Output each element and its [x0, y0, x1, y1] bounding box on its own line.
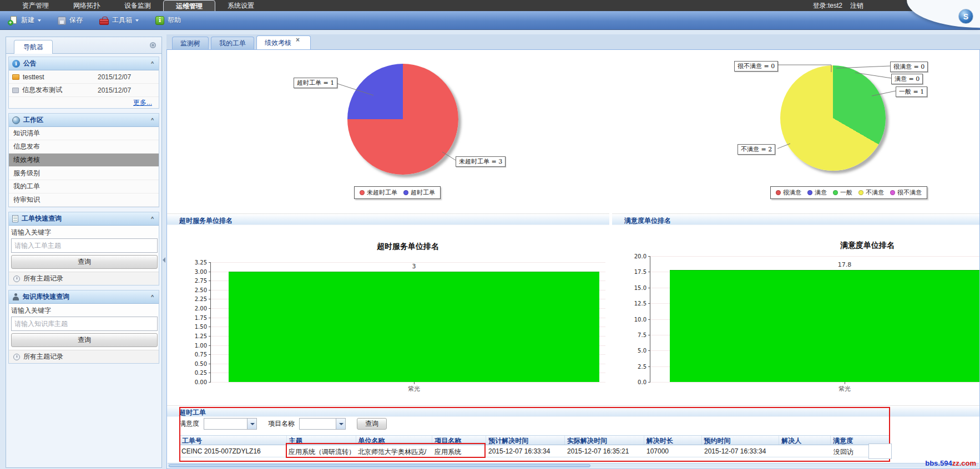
bar-紫光[interactable]	[670, 270, 980, 382]
order-all-records-row[interactable]: 所有主题记录	[9, 272, 159, 285]
knowledge-all-records-row[interactable]: 所有主题记录	[9, 350, 159, 363]
navigator-tab[interactable]: 导航器	[14, 40, 53, 54]
satisfaction-bar-chart-plot[interactable]: 20.017.515.012.510.07.55.02.50.017.8紫光	[650, 256, 980, 383]
column-header-解决时长[interactable]: 解决时长	[644, 436, 702, 445]
bar-紫光[interactable]	[229, 272, 599, 382]
table-cell	[780, 445, 831, 457]
table-cell: 2015-12-07 16:33:34	[486, 445, 565, 457]
collapse-chevron-icon[interactable]	[151, 62, 155, 66]
workspace-item-知识清单[interactable]: 知识清单	[9, 127, 159, 140]
y-tick-label: 0.00	[195, 379, 207, 385]
legend-label: 满意	[815, 188, 827, 197]
collapse-arrow-icon[interactable]	[163, 257, 165, 263]
scrollbar-thumb[interactable]	[169, 464, 590, 467]
legend-entry: 很不满意	[890, 188, 922, 197]
overtime-bar-chart-plot[interactable]: 3.253.002.752.502.252.001.751.501.251.00…	[210, 262, 605, 383]
legend-label: 很满意	[783, 188, 801, 197]
menu-item[interactable]: 网络拓扑	[61, 0, 112, 11]
collapse-chevron-icon[interactable]	[151, 217, 155, 221]
knowledge-search-input[interactable]	[11, 317, 158, 331]
y-tick-label: 2.50	[195, 287, 207, 293]
column-header-项目名称[interactable]: 项目名称	[432, 436, 486, 445]
y-tick-label: 0.25	[195, 370, 207, 376]
y-tick-label: 2.00	[195, 305, 207, 312]
column-header-工单号[interactable]: 工单号	[180, 436, 287, 445]
menu-item[interactable]: 运维管理	[163, 0, 215, 11]
collapse-chevron-icon[interactable]	[151, 295, 155, 299]
legend-dot	[890, 190, 895, 195]
announcements-header[interactable]: 公告	[9, 57, 159, 70]
tab-label: 监测树	[180, 39, 200, 47]
announcements-header-label: 公告	[23, 59, 148, 68]
y-tick-mark	[209, 318, 211, 318]
help-button[interactable]: 帮助	[155, 16, 181, 25]
announcement-title: testtest	[23, 73, 94, 81]
clock-icon	[13, 276, 20, 282]
project-combobox[interactable]	[299, 418, 346, 430]
column-header-实际解决时间[interactable]: 实际解决时间	[565, 436, 644, 445]
help-info-icon	[155, 16, 164, 25]
order-search-header[interactable]: 工单快速查询	[9, 212, 159, 226]
order-search-button[interactable]: 查询	[11, 255, 158, 269]
logout-link[interactable]: 注销	[850, 1, 863, 11]
save-button[interactable]: 保存	[58, 16, 83, 25]
workspace-item-绩效考核[interactable]: 绩效考核	[9, 154, 159, 167]
column-header-预约时间[interactable]: 预约时间	[702, 436, 780, 445]
knowledge-search-button[interactable]: 查询	[11, 333, 158, 347]
tab-绩效考核[interactable]: 绩效考核	[256, 35, 311, 49]
overtime-orders-pie-chart[interactable]	[347, 64, 458, 175]
satisfaction-pie-chart[interactable]	[780, 65, 886, 171]
new-document-icon	[8, 16, 18, 26]
menu-item[interactable]: 系统设置	[215, 0, 266, 11]
y-tick-mark	[648, 319, 650, 320]
overtime-rank-section-header: 超时服务单位排名	[167, 213, 609, 225]
order-search-input[interactable]	[11, 238, 158, 253]
knowledge-search-header[interactable]: 知识库快速查询	[9, 290, 159, 304]
toolbox-button[interactable]: 工具箱	[99, 16, 139, 25]
chevron-down-icon	[38, 19, 41, 22]
toolbar: 新建 保存 工具箱 帮助	[0, 11, 980, 30]
column-header-主题[interactable]: 主题	[287, 436, 356, 445]
menu-item[interactable]: 设备监测	[112, 0, 163, 11]
legend-dot	[360, 190, 365, 195]
tab-监测树[interactable]: 监测树	[172, 37, 209, 49]
y-tick-mark	[209, 290, 211, 290]
announcement-row[interactable]: testtest2015/12/07	[9, 70, 159, 84]
legend-dot	[833, 190, 838, 195]
x-tick-mark	[845, 382, 845, 384]
sidebar-splitter[interactable]	[162, 37, 166, 468]
satisfaction-combobox[interactable]	[204, 418, 257, 430]
gear-icon[interactable]	[150, 42, 156, 48]
workspace-item-服务级别[interactable]: 服务级别	[9, 167, 159, 180]
overtime-search-button[interactable]: 查询	[357, 418, 387, 430]
combo-dropdown-icon[interactable]	[336, 419, 345, 429]
column-header-解决人[interactable]: 解决人	[779, 436, 831, 445]
workspace-item-信息发布[interactable]: 信息发布	[9, 140, 159, 154]
satisfaction-cell-editor[interactable]	[868, 443, 892, 459]
y-tick-mark	[209, 345, 211, 346]
new-button[interactable]: 新建	[8, 16, 41, 26]
menu-item[interactable]: 资产管理	[10, 0, 61, 11]
x-tick-label: 紫光	[822, 385, 867, 393]
workspace-item-待审知识[interactable]: 待审知识	[9, 193, 159, 207]
bar-value-label: 3	[392, 263, 436, 270]
combo-dropdown-icon[interactable]	[247, 419, 256, 429]
announcement-row[interactable]: 信息发布测试2015/12/07	[9, 84, 159, 97]
horizontal-scrollbar[interactable]	[168, 463, 979, 468]
column-header-预计解决时间[interactable]: 预计解决时间	[486, 436, 565, 445]
y-tick-mark	[209, 336, 211, 337]
workspace-item-我的工单[interactable]: 我的工单	[9, 180, 159, 193]
y-tick-label: 2.5	[638, 363, 646, 369]
tab-我的工单[interactable]: 我的工单	[211, 37, 254, 49]
pie-callout-label: 很不满意 = 0	[734, 61, 778, 72]
column-header-单位名称[interactable]: 单位名称	[356, 436, 433, 445]
close-icon[interactable]	[296, 39, 302, 46]
globe-icon	[12, 116, 20, 124]
table-row[interactable]: CEINC 2015-007ZDYLZ16应用系统（调研流转）北京师范大学奥林匹…	[179, 445, 890, 457]
collapse-chevron-icon[interactable]	[151, 118, 155, 123]
workspace-header[interactable]: 工作区	[9, 114, 159, 127]
more-link[interactable]: 更多...	[133, 99, 152, 106]
browser-logo-icon[interactable]: S	[958, 9, 973, 24]
announcements-more-row: 更多...	[9, 97, 159, 108]
legend-entry: 一般	[833, 188, 852, 197]
